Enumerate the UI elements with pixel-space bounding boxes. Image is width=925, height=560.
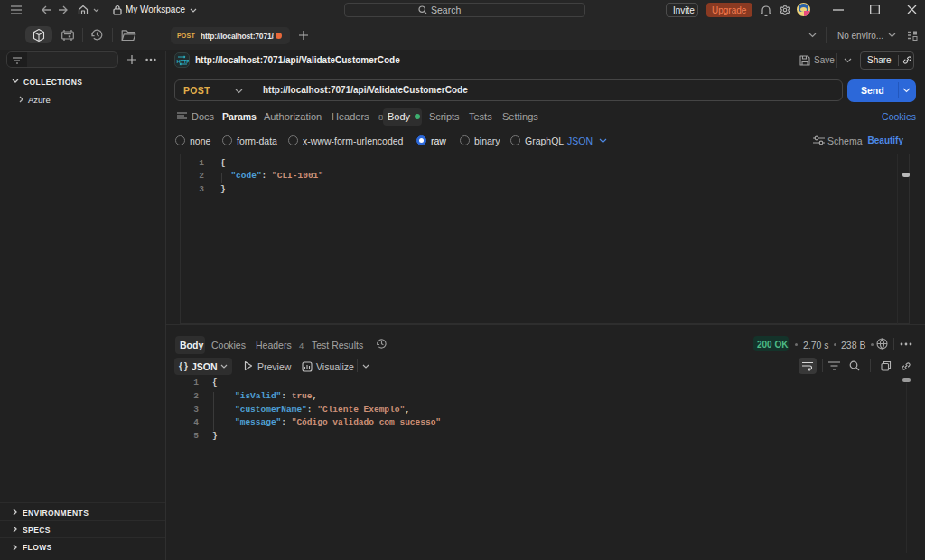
svg-text:HTTP: HTTP xyxy=(177,59,189,64)
